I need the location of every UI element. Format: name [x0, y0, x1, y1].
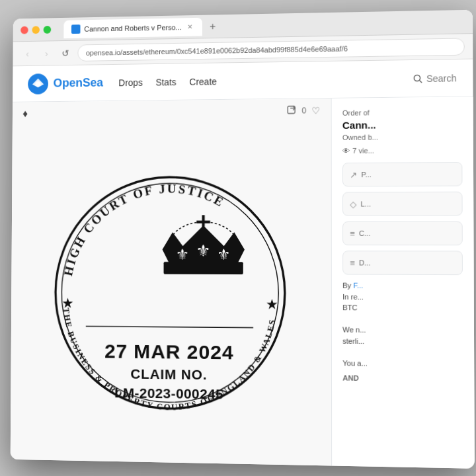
svg-point-2	[414, 75, 420, 81]
panel-owned: Owned b...	[342, 132, 462, 141]
nft-actions-right: 0 ♡	[287, 105, 320, 117]
panel-title: Cann...	[342, 118, 462, 131]
nft-image-area: ♦ 0 ♡	[11, 99, 331, 465]
panel-order-of: Order of	[342, 108, 462, 117]
search-icon	[413, 73, 422, 83]
offers-icon: ≡	[350, 228, 355, 238]
opensea-logo[interactable]: OpenSea	[28, 72, 103, 94]
url-bar[interactable]: opensea.io/assets/ethereum/0xc541e891e00…	[77, 38, 464, 61]
nav-stats[interactable]: Stats	[155, 77, 176, 87]
reload-button[interactable]: ↺	[58, 46, 72, 60]
listings-label: L...	[360, 200, 371, 208]
opensea-logo-icon	[28, 73, 48, 95]
browser-tab[interactable]: Cannon and Roberts v Perso... ✕	[63, 17, 202, 38]
search-label: Search	[426, 73, 457, 84]
offers-section[interactable]: ≡ C...	[342, 221, 463, 246]
desc-sterling: sterli...	[342, 335, 463, 347]
stamp-container: HIGH COURT OF JUSTICE THE BUSINESS & PRO…	[11, 122, 331, 465]
description-section[interactable]: ≡ D...	[342, 251, 463, 275]
offers-label: C...	[359, 229, 370, 237]
new-tab-button[interactable]: +	[205, 19, 221, 34]
desc-note1: We n...	[342, 324, 463, 336]
opensea-navbar: OpenSea Drops Stats Create Search	[13, 60, 473, 102]
tab-label: Cannon and Roberts v Perso...	[84, 23, 181, 33]
views-icon: 👁	[342, 147, 350, 155]
search-area[interactable]: Search	[413, 73, 456, 84]
nav-drops[interactable]: Drops	[118, 77, 142, 87]
opensea-logo-text: OpenSea	[54, 76, 103, 91]
desc-by-link[interactable]: F...	[353, 282, 363, 290]
tab-area: Cannon and Roberts v Perso... ✕ +	[63, 13, 464, 38]
svg-text:⚜: ⚜	[176, 247, 190, 263]
price-section-icon: ↗	[350, 170, 357, 180]
panel-views: 👁 7 vie...	[342, 146, 462, 155]
svg-line-3	[419, 80, 422, 83]
description-label: D...	[359, 258, 370, 266]
nav-create[interactable]: Create	[189, 76, 217, 87]
right-panel: Order of Cann... Owned b... 👁 7 vie... ↗…	[331, 97, 475, 468]
svg-text:CLAIM NO.: CLAIM NO.	[130, 366, 207, 383]
star-right: ★	[266, 297, 278, 312]
traffic-lights	[20, 26, 51, 34]
browser-content: OpenSea Drops Stats Create Search ♦	[11, 60, 475, 469]
svg-text:LM-2023-000245: LM-2023-000245	[114, 385, 223, 402]
nav-links: Drops Stats Create	[118, 76, 217, 88]
minimize-button[interactable]	[32, 26, 40, 34]
tab-close-button[interactable]: ✕	[185, 22, 194, 31]
desc-line-2: In re...	[342, 291, 463, 303]
listings-section[interactable]: ◇ L...	[342, 192, 463, 216]
desc-note2: You a...	[342, 358, 463, 370]
price-section-label: P...	[361, 171, 371, 178]
panel-description: By F... In re... BTC We n... sterli... Y…	[342, 280, 463, 370]
svg-line-16	[86, 327, 253, 328]
ethereum-icon: ♦	[22, 108, 28, 120]
back-button[interactable]: ‹	[20, 46, 34, 61]
court-stamp-svg: HIGH COURT OF JUSTICE THE BUSINESS & PRO…	[46, 167, 294, 420]
nft-toolbar: ♦ 0 ♡	[13, 99, 331, 126]
close-button[interactable]	[20, 26, 28, 34]
forward-button[interactable]: ›	[40, 46, 54, 61]
and-label: AND	[342, 374, 463, 383]
heart-count: 0	[302, 106, 307, 115]
views-count: 7 vie...	[352, 147, 374, 155]
fullscreen-button[interactable]	[44, 26, 52, 34]
star-left: ★	[61, 296, 74, 310]
mac-window: Cannon and Roberts v Perso... ✕ + ‹ › ↺ …	[11, 10, 475, 469]
description-icon: ≡	[350, 258, 355, 268]
desc-line-3: BTC	[342, 302, 463, 314]
heart-icon[interactable]: ♡	[311, 105, 320, 116]
svg-rect-12	[164, 262, 243, 274]
price-section[interactable]: ↗ P...	[342, 162, 463, 186]
share-icon[interactable]	[287, 105, 296, 116]
listings-icon: ◇	[350, 199, 356, 209]
nft-content: ♦ 0 ♡	[11, 97, 475, 468]
svg-text:27 MAR 2024: 27 MAR 2024	[104, 340, 234, 363]
url-text: opensea.io/assets/ethereum/0xc541e891e00…	[86, 44, 348, 56]
desc-line-1: By F...	[342, 280, 463, 292]
svg-text:⚜: ⚜	[196, 242, 210, 260]
tab-favicon	[71, 24, 81, 34]
svg-text:⚜: ⚜	[217, 247, 231, 263]
